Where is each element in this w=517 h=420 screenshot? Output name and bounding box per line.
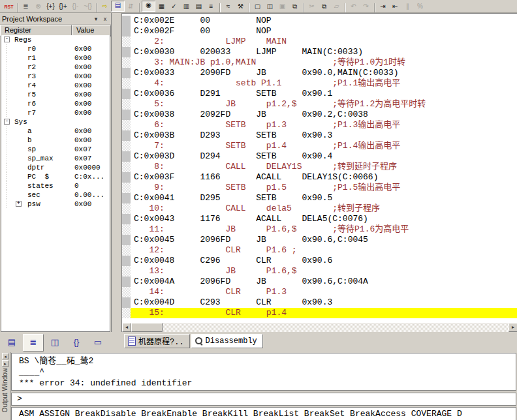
disassembly-line[interactable]: C:0x003B D293 SETB 0x90.3 — [122, 130, 517, 141]
register-row[interactable]: r60x00 — [1, 99, 110, 108]
register-row[interactable]: r40x00 — [1, 81, 110, 90]
breakpoint-margin[interactable] — [122, 141, 131, 151]
breakpoint-margin[interactable] — [122, 78, 131, 89]
disassembly-line[interactable]: C:0x002F 00 NOP — [122, 26, 517, 37]
breakpoint-margin[interactable] — [122, 224, 131, 235]
disassembly-line[interactable]: 14: CLR P1.3 — [122, 287, 517, 297]
tree-expand-icon[interactable]: + — [16, 201, 22, 207]
functions-tab[interactable]: {} — [66, 334, 87, 352]
performance-analyzer-window-icon[interactable]: ▥ — [180, 2, 193, 12]
breakpoint-margin[interactable] — [122, 203, 131, 214]
breakpoint-margin[interactable] — [122, 266, 131, 277]
disassembly-line[interactable]: C:0x0041 D295 SETB 0x90.5 — [122, 193, 517, 203]
disassembly-line[interactable]: C:0x004D C293 CLR 0x90.3 — [122, 297, 517, 308]
indent-icon[interactable]: ⇥ — [377, 2, 389, 12]
breakpoint-margin[interactable] — [122, 277, 131, 287]
disassembly-line[interactable]: 9: SETB p1.5 ;P1.5输出高电平 — [122, 183, 517, 193]
breakpoint-margin[interactable] — [122, 162, 131, 172]
disassembly-line[interactable]: 4: setb P1.1 ;P1.1输出高电平 — [122, 78, 517, 89]
breakpoint-margin[interactable] — [122, 16, 131, 26]
register-row[interactable]: r50x00 — [1, 90, 110, 99]
breakpoint-margin[interactable] — [122, 120, 131, 130]
logic-analyzer-window-icon[interactable]: ≈ — [222, 2, 234, 12]
register-group-row[interactable]: -Regs — [1, 35, 110, 44]
breakpoint-margin[interactable] — [122, 89, 131, 99]
breakpoint-margin[interactable] — [122, 68, 131, 78]
register-row[interactable]: dptr0x0000 — [1, 163, 110, 172]
scroll-left-button[interactable]: ◂ — [122, 323, 131, 332]
disassembly-line[interactable]: C:0x003D D294 SETB 0x90.4 — [122, 151, 517, 162]
books-tab[interactable]: ◫ — [44, 334, 65, 352]
disassembly-line[interactable]: 5: JB p1.2,$ ;等待P1.2为高电平时转 — [122, 99, 517, 110]
new-file-icon[interactable]: ▢ — [251, 2, 264, 12]
register-row[interactable]: r20x00 — [1, 63, 110, 72]
register-row[interactable]: PC $C:0x... — [1, 172, 110, 181]
disassembly-line[interactable]: 12: CLR P1.6 ; — [122, 245, 517, 256]
insert-breakpoint-icon[interactable]: {+} — [44, 2, 57, 12]
breakpoint-margin[interactable] — [122, 245, 131, 256]
disassembly-line[interactable]: C:0x0048 C296 CLR 0x90.6 — [122, 256, 517, 266]
register-row[interactable]: r00x00 — [1, 44, 110, 53]
breakpoint-margin[interactable] — [122, 37, 131, 47]
register-row[interactable]: sec0.00... — [1, 190, 110, 200]
serial-window-icon[interactable]: ▤ — [193, 2, 205, 12]
breakpoint-margin[interactable] — [122, 183, 131, 193]
disassembly-line[interactable]: 13: JB P1.6,$ — [122, 266, 517, 277]
disassembly-line[interactable]: C:0x0045 2096FD JB 0x90.6,C:0045 — [122, 235, 517, 245]
disassembly-line[interactable]: 10: CALL dela5 ;转到子程序 — [122, 203, 517, 214]
workspace-dropdown-button[interactable]: ▾ — [91, 15, 101, 23]
register-row[interactable]: r30x00 — [1, 72, 110, 81]
register-row[interactable]: sp0x07 — [1, 145, 110, 154]
unindent-icon[interactable]: ⇤ — [389, 2, 401, 12]
disassembly-line[interactable]: C:0x002E 00 NOP — [122, 16, 517, 26]
breakpoint-margin[interactable] — [122, 256, 131, 266]
tree-expand-icon[interactable]: - — [4, 119, 10, 125]
breakpoint-margin[interactable] — [122, 193, 131, 203]
project-workspace-titlebar[interactable]: Project Workspace ▾ x — [0, 13, 111, 25]
disassembly-line[interactable]: C:0x003F 1166 ACALL DELAY1S(C:0066) — [122, 172, 517, 183]
disassembly-tab[interactable]: Disassembly — [191, 334, 263, 348]
output-window-drag-strip[interactable]: ◂ ▸ Output Window — [0, 352, 11, 420]
toolbox-icon[interactable]: ⚒ — [234, 2, 247, 12]
files-tab[interactable]: ▤ — [1, 334, 22, 352]
disassembly-line[interactable]: 2: LJMP MAIN — [122, 37, 517, 47]
disassembly-line[interactable]: 8: CALL DELAY1S ;转到延时子程序 — [122, 162, 517, 172]
breakpoint-margin[interactable] — [122, 57, 131, 68]
memory-window-icon[interactable]: ▦ — [155, 2, 168, 12]
show-next-statement-icon[interactable]: ⇨ — [99, 2, 111, 12]
register-group-row[interactable]: -Sys — [1, 117, 110, 127]
open-file-icon[interactable]: ◫ — [264, 2, 276, 12]
disassembly-line[interactable]: 3: MAIN:JB p1.0,MAIN ;等待P1.0为1时转 — [122, 57, 517, 68]
copy-icon[interactable]: ⧉ — [318, 2, 330, 12]
breakpoint-margin[interactable] — [122, 297, 131, 308]
breakpoint-margin[interactable] — [122, 172, 131, 183]
workspace-close-button[interactable]: x — [101, 15, 110, 23]
reset-cpu-icon[interactable]: RST — [3, 2, 15, 12]
register-row[interactable]: r10x00 — [1, 53, 110, 63]
breakpoint-margin[interactable] — [122, 235, 131, 245]
disassembly-line[interactable]: C:0x004A 2096FD JB 0x90.6,C:004A — [122, 277, 517, 287]
breakpoint-margin[interactable] — [122, 47, 131, 57]
register-row[interactable]: b0x00 — [1, 136, 110, 145]
register-row[interactable]: states0 — [1, 181, 110, 190]
breakpoint-margin[interactable] — [122, 110, 131, 120]
register-row[interactable]: a0x00 — [1, 127, 110, 136]
disassembly-line[interactable]: C:0x0036 D291 SETB 0x90.1 — [122, 89, 517, 99]
breakpoint-margin[interactable] — [122, 99, 131, 110]
source-file-tab[interactable]: 机器原程?.. — [124, 334, 190, 348]
registers-window-icon[interactable]: ▤ — [111, 1, 125, 12]
tree-expand-icon[interactable]: - — [4, 37, 10, 42]
disassembly-current-line[interactable]: 15: CLR p1.4 — [122, 308, 517, 318]
register-row[interactable]: r70x00 — [1, 108, 110, 117]
breakpoint-margin[interactable] — [122, 214, 131, 224]
symbol-window-icon[interactable]: ≡ — [205, 2, 217, 12]
register-row[interactable]: sp_max0x07 — [1, 154, 110, 163]
breakpoint-margin[interactable] — [122, 308, 131, 318]
output-next-tab-arrow[interactable]: ▸ — [2, 360, 9, 367]
disassembly-line[interactable]: C:0x0043 1176 ACALL DELA5(C:0076) — [122, 214, 517, 224]
show-next-statement-list-icon[interactable]: ≣ — [20, 2, 32, 12]
disassembly-line[interactable]: 11: JB P1.6,$ ;等待P1.6为高电平 — [122, 224, 517, 235]
disassembly-horizontal-scrollbar[interactable]: ◂ ▸ — [122, 323, 517, 332]
enable-breakpoint-icon[interactable]: {}+ — [57, 2, 69, 12]
scroll-right-button[interactable]: ▸ — [509, 323, 517, 332]
